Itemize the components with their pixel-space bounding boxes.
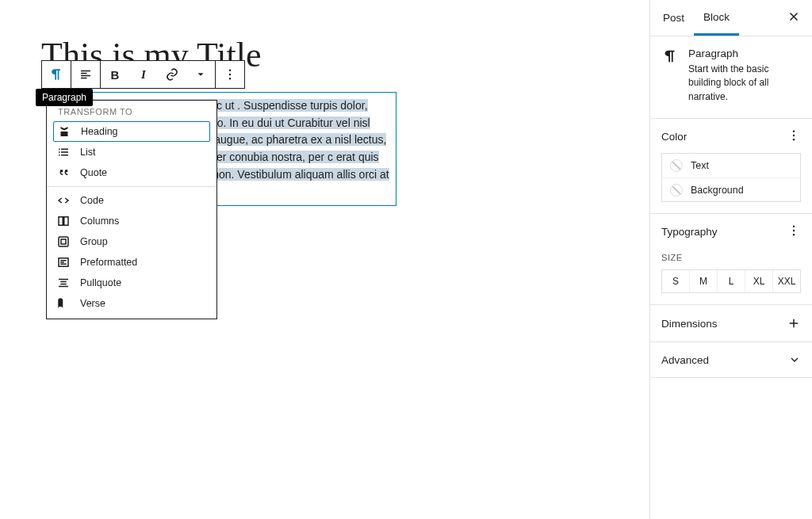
quote-icon: [56, 166, 71, 180]
svg-point-0: [229, 70, 231, 71]
transform-item-preformatted[interactable]: Preformatted: [47, 252, 216, 273]
align-left-icon: [79, 67, 93, 82]
paragraph-tooltip: Paragraph: [36, 89, 93, 106]
transform-item-list[interactable]: List: [47, 142, 216, 162]
svg-rect-6: [61, 239, 66, 244]
block-toolbar: B I: [41, 60, 245, 89]
svg-point-13: [793, 234, 795, 235]
block-card-title: Paragraph: [688, 48, 801, 59]
close-icon: [787, 10, 801, 24]
kebab-icon: [787, 223, 801, 238]
transform-item-group[interactable]: Group: [47, 231, 216, 252]
sidebar-tabs: Post Block: [650, 0, 812, 36]
transform-item-quote[interactable]: Quote: [47, 162, 216, 183]
editor-canvas: This is my Title B I: [0, 0, 649, 519]
chevron-down-icon: [195, 69, 206, 80]
preformatted-icon: [56, 255, 71, 269]
swatch-icon: [670, 184, 683, 197]
typography-panel: Typography Size S M L XL XXL: [650, 214, 812, 305]
verse-icon: [56, 296, 71, 311]
background-color-button[interactable]: Background: [662, 177, 800, 201]
link-icon: [165, 67, 179, 82]
paragraph-icon: [48, 67, 64, 82]
svg-point-1: [229, 74, 231, 75]
block-card: Paragraph Start with the basic building …: [650, 36, 812, 119]
color-panel: Color Text Background: [650, 119, 812, 214]
svg-point-10: [793, 139, 795, 140]
swatch-icon: [670, 159, 683, 172]
text-color-button[interactable]: Text: [662, 154, 800, 177]
size-l[interactable]: L: [717, 270, 745, 292]
more-rich-text-button[interactable]: [186, 61, 215, 88]
advanced-panel-toggle[interactable]: Advanced: [650, 342, 812, 378]
transform-popover: Transform to Heading List Quote Code Col…: [46, 100, 217, 319]
block-options-button[interactable]: [216, 61, 244, 88]
size-settings-button[interactable]: [788, 250, 801, 265]
transform-item-columns[interactable]: Columns: [47, 211, 216, 231]
transform-toggle-button[interactable]: [42, 61, 71, 88]
pullquote-icon: [56, 276, 71, 290]
transform-item-code[interactable]: Code: [47, 190, 216, 211]
group-icon: [56, 235, 71, 249]
tab-post[interactable]: Post: [650, 0, 694, 36]
dimensions-panel-toggle[interactable]: Dimensions: [650, 305, 812, 342]
bold-button[interactable]: B: [101, 61, 129, 88]
transform-item-heading[interactable]: Heading: [53, 121, 210, 142]
settings-sidebar: Post Block Paragraph Start with the basi…: [649, 0, 812, 519]
tab-block[interactable]: Block: [694, 0, 739, 36]
svg-rect-4: [64, 217, 68, 226]
color-panel-options-button[interactable]: [787, 128, 801, 145]
size-s[interactable]: S: [662, 270, 689, 292]
columns-icon: [56, 214, 71, 228]
svg-point-2: [229, 78, 231, 79]
block-card-description: Start with the basic building block of a…: [688, 63, 801, 104]
plus-icon: [787, 316, 801, 330]
size-label: Size: [661, 253, 683, 262]
size-m[interactable]: M: [689, 270, 717, 292]
svg-point-11: [793, 226, 795, 227]
close-sidebar-button[interactable]: [776, 10, 812, 26]
transform-item-pullquote[interactable]: Pullquote: [47, 273, 216, 293]
chevron-down-icon: [788, 353, 801, 366]
typography-panel-title: Typography: [661, 226, 718, 238]
typography-panel-options-button[interactable]: [787, 223, 801, 240]
paragraph-icon: [661, 48, 679, 65]
size-xxl[interactable]: XXL: [772, 270, 800, 292]
color-panel-title: Color: [661, 131, 687, 143]
sliders-icon: [788, 250, 801, 262]
svg-point-9: [793, 135, 795, 136]
code-icon: [56, 193, 71, 208]
svg-point-8: [793, 131, 795, 132]
size-xl[interactable]: XL: [745, 270, 772, 292]
svg-rect-3: [59, 217, 63, 226]
align-button[interactable]: [71, 61, 100, 88]
size-presets: S M L XL XXL: [661, 269, 801, 293]
svg-rect-5: [59, 237, 68, 246]
kebab-icon: [787, 128, 801, 143]
svg-point-12: [793, 230, 795, 231]
kebab-icon: [223, 67, 237, 82]
transform-item-verse[interactable]: Verse: [47, 293, 216, 314]
link-button[interactable]: [158, 61, 186, 88]
list-icon: [56, 145, 71, 159]
heading-icon: [57, 124, 71, 139]
italic-button[interactable]: I: [129, 61, 158, 88]
